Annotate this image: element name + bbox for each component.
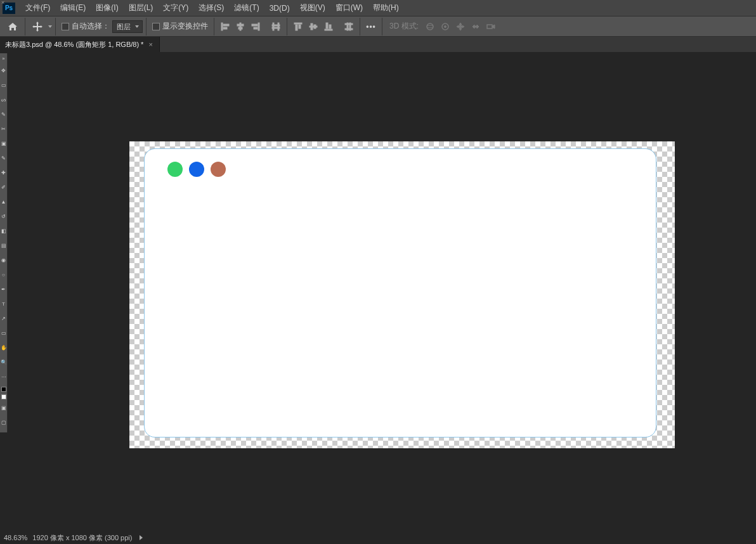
tool-stamp[interactable]: ▲ [1,195,6,208]
svg-rect-12 [278,23,279,30]
tool-zoom[interactable]: 🔍 [1,356,6,368]
align-left-icon[interactable] [218,20,232,34]
close-icon[interactable]: × [1,0,4,6]
rounded-rect-shape[interactable] [145,149,656,437]
distribute-v-icon[interactable] [342,20,356,34]
3d-slide-icon [469,20,483,34]
foreground-color-swatch[interactable] [1,387,6,392]
move-tool-icon[interactable] [29,18,46,35]
tool-lasso[interactable]: ᔕ [1,93,6,106]
menu-edit[interactable]: 编辑(E) [55,0,91,16]
document-tabs: 未标题3.psd @ 48.6% (圆角矩形 1, RGB/8) * × [0,37,756,52]
menu-view[interactable]: 视图(V) [295,0,330,16]
tool-dodge[interactable]: ○ [1,268,6,281]
canvas-area[interactable] [8,53,756,531]
svg-rect-25 [345,29,353,30]
3d-orbit-icon [423,20,437,34]
align-bottom-icon[interactable] [322,20,336,34]
show-transform-label: 显示变换控件 [162,21,208,32]
document-canvas[interactable] [129,141,675,448]
tool-eraser[interactable]: ◧ [1,224,6,237]
svg-rect-18 [314,25,316,29]
tool-quick-mask[interactable]: ▣ [1,401,6,414]
mode-3d-label: 3D 模式: [389,21,419,32]
menu-3d[interactable]: 3D(D) [264,0,295,16]
svg-rect-13 [294,23,302,24]
align-right-icon[interactable] [249,20,263,34]
svg-rect-30 [487,25,492,29]
svg-rect-0 [221,23,223,30]
3d-roll-icon [438,20,452,34]
tool-marquee[interactable]: ▭ [1,79,6,91]
menu-window[interactable]: 窗口(W) [330,0,368,16]
auto-select-label: 自动选择： [72,21,110,32]
traffic-light-dot-brown [211,162,226,177]
menu-layer[interactable]: 图层(L) [124,0,159,16]
3d-camera-icon [484,20,498,34]
status-arrow-icon[interactable] [140,535,143,540]
svg-rect-4 [237,24,244,26]
menu-select[interactable]: 选择(S) [193,0,229,16]
svg-rect-14 [296,25,297,30]
auto-select-target-select[interactable]: 图层 [112,20,143,33]
svg-rect-11 [273,23,274,30]
menu-type[interactable]: 文字(Y) [158,0,193,16]
tool-hand[interactable]: ✋ [1,341,6,354]
tool-crop[interactable]: ✂ [1,122,6,135]
svg-rect-6 [258,23,259,30]
show-transform-checkbox[interactable]: 显示变换控件 [152,21,208,32]
status-bar: 48.63% 1920 像素 x 1080 像素 (300 ppi) [0,531,756,544]
svg-rect-7 [252,24,257,26]
menu-help[interactable]: 帮助(H) [368,0,404,16]
svg-point-26 [427,23,433,30]
background-color-swatch[interactable] [1,394,6,399]
status-zoom[interactable]: 48.63% [4,534,27,541]
traffic-light-dot-green [167,162,183,177]
tool-preset-dropdown-icon[interactable] [48,25,52,28]
menu-bar: × Ps 文件(F) 编辑(E) 图像(I) 图层(L) 文字(Y) 选择(S)… [0,0,756,16]
tool-path[interactable]: ↗ [1,312,6,325]
align-center-v-icon[interactable] [306,20,320,34]
options-bar: 自动选择： 图层 显示变换控件 ••• 3D 模式: [0,16,756,37]
tool-shape[interactable]: ▭ [1,327,6,339]
checkbox-icon[interactable] [62,23,69,30]
tool-gradient[interactable]: ▤ [1,239,6,252]
tool-quick-select[interactable]: ✎ [1,108,6,120]
more-align-icon[interactable]: ••• [364,20,378,34]
tool-frame[interactable]: ▣ [1,137,6,150]
checkbox-icon[interactable] [152,23,160,30]
expand-toolbox-icon[interactable]: » [1,56,6,61]
tool-move[interactable]: ✥ [1,64,6,77]
svg-rect-1 [223,24,229,26]
tool-heal[interactable]: ✚ [1,166,6,179]
svg-rect-15 [299,25,301,29]
svg-point-29 [445,25,446,27]
menu-file[interactable]: 文件(F) [20,0,55,16]
home-button[interactable] [4,18,22,35]
svg-point-27 [427,25,433,28]
align-top-icon[interactable] [291,20,305,34]
document-tab-title: 未标题3.psd @ 48.6% (圆角矩形 1, RGB/8) * [5,40,143,49]
svg-rect-24 [345,23,353,25]
distribute-h-icon[interactable] [269,20,283,34]
tool-type[interactable]: T [1,297,6,310]
status-doc-info[interactable]: 1920 像素 x 1080 像素 (300 ppi) [32,533,132,543]
menu-filter[interactable]: 滤镜(T) [229,0,264,16]
tool-eyedropper[interactable]: ✎ [1,152,6,164]
tool-history-brush[interactable]: ↺ [1,210,6,223]
traffic-light-dot-blue [189,162,204,177]
svg-rect-2 [223,27,227,29]
tool-brush[interactable]: ✐ [1,181,6,193]
menu-image[interactable]: 图像(I) [91,0,123,16]
auto-select-checkbox[interactable]: 自动选择： [62,21,110,32]
close-tab-icon[interactable]: × [147,41,153,48]
tool-blur[interactable]: ◉ [1,254,6,266]
tool-screen-mode[interactable]: ▢ [1,416,6,429]
toolbox: » ✥ ▭ ᔕ ✎ ✂ ▣ ✎ ✚ ✐ ▲ ↺ ◧ ▤ ◉ ○ ✒ T ↗ ▭ … [0,53,8,432]
svg-rect-19 [325,29,332,30]
tool-edit-toolbar[interactable]: ⋯ [1,370,6,383]
tool-pen[interactable]: ✒ [1,283,6,295]
align-center-h-icon[interactable] [233,20,247,34]
document-tab[interactable]: 未标题3.psd @ 48.6% (圆角矩形 1, RGB/8) * × [0,37,160,52]
svg-rect-17 [311,23,313,30]
